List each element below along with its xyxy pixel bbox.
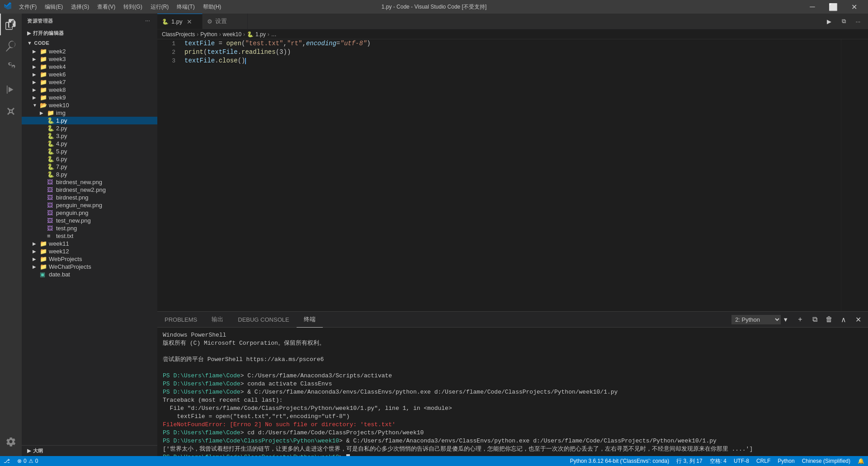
tree-item-1py[interactable]: 🐍 1.py [22, 117, 157, 124]
line-number-3: 3 [157, 57, 175, 65]
tree-item-week2[interactable]: ▶ 📁 week2 [22, 48, 157, 55]
activity-search[interactable] [0, 35, 22, 57]
tab-close-button[interactable]: ✕ [185, 18, 193, 26]
tree-item-test-txt[interactable]: ≡ test.txt [22, 232, 157, 240]
tree-item-penguin[interactable]: 🖼 penguin.png [22, 209, 157, 217]
menu-file[interactable]: 文件(F) [15, 2, 40, 12]
status-spaces[interactable]: 空格: 4 [706, 456, 730, 466]
status-chinese-lang[interactable]: Chinese (Simplified) [798, 456, 854, 466]
code-section[interactable]: ▼ CODE [22, 38, 157, 48]
tab-1py[interactable]: 🐍 1.py ✕ [157, 14, 203, 29]
status-python-env[interactable]: Python 3.6.12 64-bit ('ClassEnvs': conda… [566, 456, 673, 466]
status-git-branch[interactable]: ⎇ [0, 456, 14, 466]
minimize-button[interactable]: ─ [802, 0, 823, 14]
breadcrumb: ClassProjects › Python › week10 › 🐍 1.py… [157, 29, 868, 39]
status-errors[interactable]: ⊗ 0 ⚠ 0 [14, 456, 42, 466]
tree-item-birdnest[interactable]: 🖼 birdnest.png [22, 194, 157, 201]
status-bell[interactable]: 🔔 [854, 456, 868, 466]
title-bar-controls: ─ ⬜ ✕ [802, 0, 864, 14]
panel-tab-terminal[interactable]: 终端 [297, 312, 323, 328]
menu-select[interactable]: 选择(S) [67, 2, 93, 12]
maximize-panel-button[interactable]: ∧ [837, 313, 850, 326]
tree-item-test-new-png[interactable]: 🖼 test_new.png [22, 217, 157, 224]
sidebar-more-button[interactable]: ··· [143, 17, 152, 24]
tree-item-2py[interactable]: 🐍 2.py [22, 124, 157, 132]
tree-item-week8[interactable]: ▶ 📁 week8 [22, 86, 157, 94]
breadcrumb-1py[interactable]: 1.py [255, 31, 266, 38]
code-editor[interactable]: 1 2 3 textFile = open ( "test.txt" , "rt… [157, 39, 868, 311]
tree-item-label: birdnest_new.png [56, 179, 102, 185]
tab-settings[interactable]: ⚙ 设置 [203, 14, 248, 29]
activity-explorer[interactable] [0, 14, 22, 35]
status-encoding[interactable]: UTF-8 [730, 456, 753, 466]
tree-item-week3[interactable]: ▶ 📁 week3 [22, 55, 157, 63]
code-content[interactable]: textFile = open ( "test.txt" , "rt" , en… [180, 39, 841, 311]
tree-item-5py[interactable]: 🐍 5.py [22, 147, 157, 155]
menu-edit[interactable]: 编辑(E) [41, 2, 66, 12]
tree-item-label: week4 [49, 63, 66, 70]
activity-extensions[interactable] [0, 100, 22, 122]
tree-item-img[interactable]: ▶ 📁 img [22, 109, 157, 117]
tree-item-penguin-new[interactable]: 🖼 penguin_new.png [22, 201, 157, 209]
breadcrumb-ellipsis[interactable]: … [271, 31, 277, 38]
tree-item-webprojects[interactable]: ▶ 📁 WebProjects [22, 255, 157, 263]
menu-terminal[interactable]: 终端(T) [173, 2, 198, 12]
breadcrumb-classprojects[interactable]: ClassProjects [162, 31, 195, 38]
panel-tabs: PROBLEMS 输出 DEBUG CONSOLE 终端 2: Python 1… [157, 312, 868, 328]
run-button[interactable]: ▶ [823, 15, 835, 28]
menu-help[interactable]: 帮助(H) [199, 2, 225, 12]
breadcrumb-week10[interactable]: week10 [223, 31, 241, 38]
tree-item-7py[interactable]: 🐍 7.py [22, 163, 157, 171]
tree-item-8py[interactable]: 🐍 8.py [22, 171, 157, 178]
panel-tab-debug-console[interactable]: DEBUG CONSOLE [231, 312, 296, 328]
status-language[interactable]: Python [774, 456, 798, 466]
tree-item-week12[interactable]: ▶ 📁 week12 [22, 247, 157, 255]
more-actions-button[interactable]: ··· [852, 15, 864, 28]
tree-item-date-bat[interactable]: ▣ date.bat [22, 271, 157, 278]
terminal-content[interactable]: Windows PowerShell 版权所有 (C) Microsoft Co… [157, 328, 868, 456]
menu-goto[interactable]: 转到(G) [120, 2, 146, 12]
add-terminal-button[interactable]: + [794, 313, 807, 326]
status-line-ending[interactable]: CRLF [753, 456, 774, 466]
terminal-line: PS D:\Users\flame\Code> & C:/Users/flame… [163, 388, 863, 396]
folder-icon: 📁 [40, 86, 47, 93]
panel-tab-problems[interactable]: PROBLEMS [157, 312, 204, 328]
tree-item-week10[interactable]: ▼ 📂 week10 [22, 101, 157, 109]
tree-item-label: WeChatProjects [49, 263, 91, 270]
tree-item-birdnest-new2[interactable]: 🖼 birdnest_new2.png [22, 186, 157, 194]
activity-source-control[interactable] [0, 57, 22, 79]
split-editor-button[interactable]: ⧉ [837, 15, 850, 28]
menu-view[interactable]: 查看(V) [94, 2, 119, 12]
tree-item-3py[interactable]: 🐍 3.py [22, 132, 157, 140]
main-layout: 资源管理器 ··· ▶ 打开的编辑器 ▼ CODE ▶ 📁 week2 ▶ 📁 [0, 14, 868, 456]
maximize-button[interactable]: ⬜ [823, 0, 844, 14]
tree-item-wechatprojects[interactable]: ▶ 📁 WeChatProjects [22, 263, 157, 271]
tree-item-week6[interactable]: ▶ 📁 week6 [22, 71, 157, 78]
tree-item-4py[interactable]: 🐍 4.py [22, 140, 157, 147]
tree-item-test-png[interactable]: 🖼 test.png [22, 224, 157, 232]
panel-tab-output[interactable]: 输出 [204, 312, 231, 328]
breadcrumb-python[interactable]: Python [200, 31, 217, 38]
activity-settings[interactable] [0, 431, 22, 452]
close-panel-button[interactable]: ✕ [852, 313, 864, 326]
close-button[interactable]: ✕ [844, 0, 864, 14]
open-editors-section[interactable]: ▶ 打开的编辑器 [22, 28, 157, 38]
activity-run[interactable] [0, 79, 22, 100]
tree-item-week9[interactable]: ▶ 📁 week9 [22, 94, 157, 101]
status-line-col[interactable]: 行 3, 列 17 [673, 456, 706, 466]
terminal-panel: PROBLEMS 输出 DEBUG CONSOLE 终端 2: Python 1… [157, 311, 868, 456]
vscode-icon [4, 2, 12, 12]
menu-run[interactable]: 运行(R) [147, 2, 173, 12]
sidebar: 资源管理器 ··· ▶ 打开的编辑器 ▼ CODE ▶ 📁 week2 ▶ 📁 [22, 14, 157, 456]
tree-item-week11[interactable]: ▶ 📁 week11 [22, 240, 157, 247]
python-file-icon: 🐍 [47, 140, 54, 147]
tree-item-week4[interactable]: ▶ 📁 week4 [22, 63, 157, 71]
outline-section[interactable]: ▶ 大纲 [22, 445, 157, 456]
tree-item-birdnest-new[interactable]: 🖼 birdnest_new.png [22, 178, 157, 186]
split-terminal-button[interactable]: ⧉ [808, 313, 821, 326]
terminal-selector[interactable]: 2: Python 1: PowerShell [731, 315, 781, 324]
tree-item-6py[interactable]: 🐍 6.py [22, 155, 157, 163]
kill-terminal-button[interactable]: 🗑 [823, 313, 835, 326]
tree-item-label: 7.py [56, 163, 67, 170]
tree-item-week7[interactable]: ▶ 📁 week7 [22, 78, 157, 86]
